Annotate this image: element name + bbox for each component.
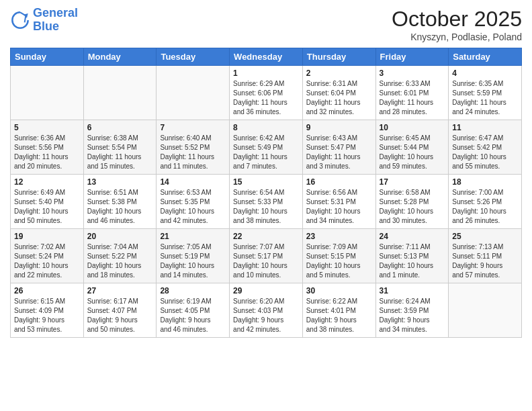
day-info-19: Sunrise: 7:02 AM Sunset: 5:24 PM Dayligh… — [14, 242, 80, 280]
day-number-21: 21 — [160, 232, 226, 241]
day-number-15: 15 — [233, 177, 299, 187]
col-wednesday: Wednesday — [230, 48, 303, 66]
cell-w1-d1 — [11, 66, 84, 120]
day-info-30: Sunrise: 6:22 AM Sunset: 4:01 PM Dayligh… — [306, 297, 372, 334]
day-info-3: Sunrise: 6:33 AM Sunset: 6:01 PM Dayligh… — [380, 79, 445, 117]
day-number-10: 10 — [380, 123, 445, 132]
cell-w1-d5: 2Sunrise: 6:31 AM Sunset: 6:04 PM Daylig… — [302, 66, 375, 120]
day-info-31: Sunrise: 6:24 AM Sunset: 3:59 PM Dayligh… — [380, 297, 445, 334]
week-row-2: 5Sunrise: 6:36 AM Sunset: 5:56 PM Daylig… — [11, 120, 522, 175]
cell-w1-d2 — [83, 66, 157, 120]
col-tuesday: Tuesday — [157, 48, 230, 66]
day-number-19: 19 — [14, 232, 80, 241]
cell-w2-d5: 9Sunrise: 6:43 AM Sunset: 5:47 PM Daylig… — [302, 120, 375, 175]
day-info-10: Sunrise: 6:45 AM Sunset: 5:44 PM Dayligh… — [380, 134, 445, 171]
day-number-31: 31 — [380, 286, 445, 295]
cell-w1-d6: 3Sunrise: 6:33 AM Sunset: 6:01 PM Daylig… — [375, 66, 449, 120]
day-info-4: Sunrise: 6:35 AM Sunset: 5:59 PM Dayligh… — [452, 79, 518, 117]
day-info-16: Sunrise: 6:56 AM Sunset: 5:31 PM Dayligh… — [306, 188, 372, 226]
day-number-8: 8 — [233, 123, 299, 132]
logo-line1: General — [33, 6, 78, 19]
col-saturday: Saturday — [449, 48, 522, 66]
day-number-1: 1 — [233, 68, 299, 78]
day-info-17: Sunrise: 6:58 AM Sunset: 5:28 PM Dayligh… — [380, 188, 445, 226]
day-number-23: 23 — [306, 232, 372, 241]
day-number-28: 28 — [160, 286, 226, 295]
day-number-18: 18 — [452, 177, 518, 187]
day-info-13: Sunrise: 6:51 AM Sunset: 5:38 PM Dayligh… — [87, 188, 153, 226]
logo: General Blue — [10, 7, 78, 34]
logo-icon — [10, 10, 30, 30]
day-info-23: Sunrise: 7:09 AM Sunset: 5:15 PM Dayligh… — [306, 242, 372, 280]
day-number-26: 26 — [14, 286, 80, 295]
day-number-5: 5 — [14, 123, 80, 132]
calendar-body: 1Sunrise: 6:29 AM Sunset: 6:06 PM Daylig… — [11, 66, 522, 338]
col-monday: Monday — [83, 48, 157, 66]
header: General Blue October 2025 Knyszyn, Podla… — [10, 7, 522, 42]
cell-w5-d5: 30Sunrise: 6:22 AM Sunset: 4:01 PM Dayli… — [302, 283, 375, 338]
cell-w1-d3 — [157, 66, 230, 120]
cell-w3-d3: 14Sunrise: 6:53 AM Sunset: 5:35 PM Dayli… — [157, 175, 230, 229]
day-info-9: Sunrise: 6:43 AM Sunset: 5:47 PM Dayligh… — [306, 134, 372, 171]
calendar-header: Sunday Monday Tuesday Wednesday Thursday… — [11, 48, 522, 66]
day-info-8: Sunrise: 6:42 AM Sunset: 5:49 PM Dayligh… — [233, 134, 299, 171]
cell-w1-d4: 1Sunrise: 6:29 AM Sunset: 6:06 PM Daylig… — [230, 66, 303, 120]
header-row: Sunday Monday Tuesday Wednesday Thursday… — [11, 48, 522, 66]
cell-w5-d4: 29Sunrise: 6:20 AM Sunset: 4:03 PM Dayli… — [230, 283, 303, 338]
day-number-16: 16 — [306, 177, 372, 187]
cell-w3-d1: 12Sunrise: 6:49 AM Sunset: 5:40 PM Dayli… — [11, 175, 84, 229]
day-number-4: 4 — [452, 68, 518, 78]
day-number-27: 27 — [87, 286, 153, 295]
cell-w1-d7: 4Sunrise: 6:35 AM Sunset: 5:59 PM Daylig… — [449, 66, 522, 120]
cell-w4-d7: 25Sunrise: 7:13 AM Sunset: 5:11 PM Dayli… — [449, 229, 522, 283]
day-number-7: 7 — [160, 123, 226, 132]
cell-w5-d2: 27Sunrise: 6:17 AM Sunset: 4:07 PM Dayli… — [83, 283, 157, 338]
day-info-5: Sunrise: 6:36 AM Sunset: 5:56 PM Dayligh… — [14, 134, 80, 171]
cell-w4-d6: 24Sunrise: 7:11 AM Sunset: 5:13 PM Dayli… — [375, 229, 449, 283]
logo-text: General Blue — [33, 7, 78, 34]
week-row-5: 26Sunrise: 6:15 AM Sunset: 4:09 PM Dayli… — [11, 283, 522, 338]
cell-w2-d4: 8Sunrise: 6:42 AM Sunset: 5:49 PM Daylig… — [230, 120, 303, 175]
day-number-12: 12 — [14, 177, 80, 187]
col-friday: Friday — [375, 48, 449, 66]
day-info-22: Sunrise: 7:07 AM Sunset: 5:17 PM Dayligh… — [233, 242, 299, 280]
cell-w2-d7: 11Sunrise: 6:47 AM Sunset: 5:42 PM Dayli… — [449, 120, 522, 175]
week-row-4: 19Sunrise: 7:02 AM Sunset: 5:24 PM Dayli… — [11, 229, 522, 283]
day-number-14: 14 — [160, 177, 226, 187]
cell-w3-d4: 15Sunrise: 6:54 AM Sunset: 5:33 PM Dayli… — [230, 175, 303, 229]
day-number-9: 9 — [306, 123, 372, 132]
day-number-30: 30 — [306, 286, 372, 295]
day-info-28: Sunrise: 6:19 AM Sunset: 4:05 PM Dayligh… — [160, 297, 226, 334]
cell-w4-d3: 21Sunrise: 7:05 AM Sunset: 5:19 PM Dayli… — [157, 229, 230, 283]
day-info-21: Sunrise: 7:05 AM Sunset: 5:19 PM Dayligh… — [160, 242, 226, 280]
cell-w4-d5: 23Sunrise: 7:09 AM Sunset: 5:15 PM Dayli… — [302, 229, 375, 283]
cell-w3-d6: 17Sunrise: 6:58 AM Sunset: 5:28 PM Dayli… — [375, 175, 449, 229]
col-thursday: Thursday — [302, 48, 375, 66]
day-info-27: Sunrise: 6:17 AM Sunset: 4:07 PM Dayligh… — [87, 297, 153, 334]
cell-w5-d7 — [449, 283, 522, 338]
cell-w5-d1: 26Sunrise: 6:15 AM Sunset: 4:09 PM Dayli… — [11, 283, 84, 338]
day-number-24: 24 — [380, 232, 445, 241]
day-info-18: Sunrise: 7:00 AM Sunset: 5:26 PM Dayligh… — [452, 188, 518, 226]
day-info-1: Sunrise: 6:29 AM Sunset: 6:06 PM Dayligh… — [233, 79, 299, 117]
day-info-6: Sunrise: 6:38 AM Sunset: 5:54 PM Dayligh… — [87, 134, 153, 171]
cell-w4-d2: 20Sunrise: 7:04 AM Sunset: 5:22 PM Dayli… — [83, 229, 157, 283]
day-number-11: 11 — [452, 123, 518, 132]
day-info-20: Sunrise: 7:04 AM Sunset: 5:22 PM Dayligh… — [87, 242, 153, 280]
day-info-2: Sunrise: 6:31 AM Sunset: 6:04 PM Dayligh… — [306, 79, 372, 117]
cell-w3-d2: 13Sunrise: 6:51 AM Sunset: 5:38 PM Dayli… — [83, 175, 157, 229]
title-block: October 2025 Knyszyn, Podlasie, Poland — [392, 7, 522, 42]
week-row-1: 1Sunrise: 6:29 AM Sunset: 6:06 PM Daylig… — [11, 66, 522, 120]
day-number-17: 17 — [380, 177, 445, 187]
cell-w3-d7: 18Sunrise: 7:00 AM Sunset: 5:26 PM Dayli… — [449, 175, 522, 229]
cell-w2-d1: 5Sunrise: 6:36 AM Sunset: 5:56 PM Daylig… — [11, 120, 84, 175]
day-info-12: Sunrise: 6:49 AM Sunset: 5:40 PM Dayligh… — [14, 188, 80, 226]
day-info-14: Sunrise: 6:53 AM Sunset: 5:35 PM Dayligh… — [160, 188, 226, 226]
week-row-3: 12Sunrise: 6:49 AM Sunset: 5:40 PM Dayli… — [11, 175, 522, 229]
cell-w4-d4: 22Sunrise: 7:07 AM Sunset: 5:17 PM Dayli… — [230, 229, 303, 283]
cell-w4-d1: 19Sunrise: 7:02 AM Sunset: 5:24 PM Dayli… — [11, 229, 84, 283]
day-info-15: Sunrise: 6:54 AM Sunset: 5:33 PM Dayligh… — [233, 188, 299, 226]
calendar-table: Sunday Monday Tuesday Wednesday Thursday… — [10, 48, 522, 338]
day-number-22: 22 — [233, 232, 299, 241]
logo-line2: Blue — [33, 19, 59, 33]
